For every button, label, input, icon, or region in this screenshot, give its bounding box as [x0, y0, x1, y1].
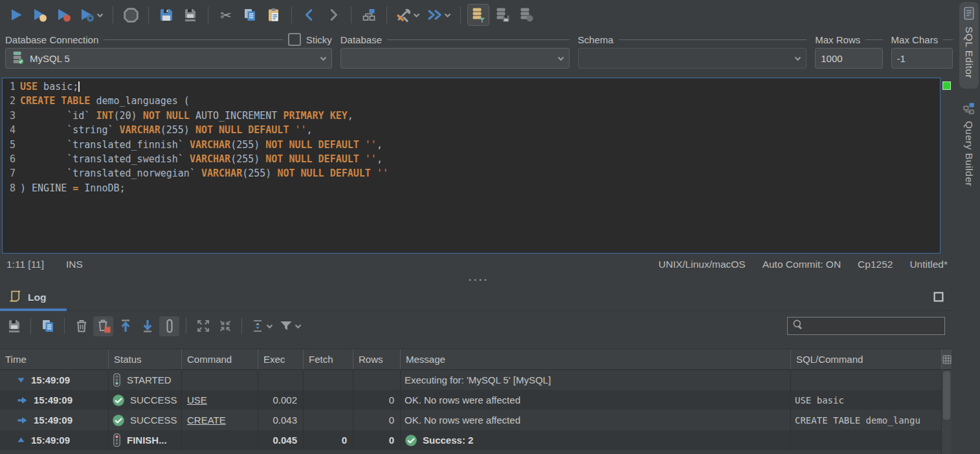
- tab-query-builder[interactable]: Query Builder: [959, 98, 979, 186]
- expander-up-icon[interactable]: [17, 436, 25, 444]
- copy-button[interactable]: [239, 4, 261, 26]
- execute-settings-button[interactable]: [77, 4, 106, 26]
- log-table-header: TimeStatusCommandExecFetchRowsMessageSQL…: [0, 349, 952, 370]
- row-status: FINISH...: [127, 435, 167, 446]
- row-sql-command: [791, 370, 942, 390]
- save-to-db-button[interactable]: [491, 4, 513, 26]
- code-line[interactable]: 1USE basic;: [3, 80, 940, 94]
- column-header-sql-command[interactable]: SQL/Command: [791, 349, 942, 369]
- log-search-input[interactable]: [807, 320, 941, 332]
- log-row[interactable]: 15:49:09SUCCESSUSE0.0020OK. No rows were…: [0, 390, 952, 410]
- column-header-fetch[interactable]: Fetch: [304, 349, 353, 369]
- save-log-button[interactable]: [4, 316, 24, 336]
- schema-select[interactable]: [578, 48, 807, 69]
- scrollbar-thumb[interactable]: [943, 371, 950, 420]
- copy-log-button[interactable]: [38, 316, 58, 336]
- sql-editor-textarea[interactable]: 1USE basic;2CREATE TABLE demo_languages …: [2, 78, 941, 254]
- forward-button[interactable]: [322, 4, 344, 26]
- filter-button[interactable]: [277, 316, 304, 336]
- fetch-time: [304, 370, 353, 390]
- stop-button[interactable]: [120, 4, 142, 26]
- execute-named-button[interactable]: [29, 4, 51, 26]
- row-time: 15:49:09: [34, 395, 72, 405]
- line-number: 7: [3, 166, 16, 180]
- chevron-down-icon[interactable]: [794, 51, 802, 65]
- filter-dropdown-chevron-icon[interactable]: [294, 319, 302, 333]
- redirect-output-dropdown-chevron-icon[interactable]: [443, 8, 452, 22]
- code-line[interactable]: 6 `translated_swedish` VARCHAR(255) NOT …: [3, 152, 940, 166]
- column-header-status[interactable]: Status: [109, 349, 182, 369]
- back-button[interactable]: [298, 4, 320, 26]
- redirect-output-button[interactable]: [425, 4, 454, 26]
- commit-mode-button[interactable]: [467, 4, 489, 26]
- collapse-all-button[interactable]: [215, 316, 235, 336]
- table-options-grid-icon[interactable]: [942, 349, 952, 369]
- traffic-finished-icon: [112, 433, 122, 448]
- column-header-time[interactable]: Time: [0, 349, 109, 369]
- copy-icon: [242, 7, 258, 23]
- splitter-handle[interactable]: ····: [0, 276, 958, 285]
- stop-icon: [122, 6, 140, 24]
- row-height-dropdown-chevron-icon[interactable]: [265, 319, 274, 333]
- max-rows-input[interactable]: [821, 53, 878, 64]
- chevron-down-icon[interactable]: [319, 51, 328, 65]
- execute-settings-dropdown-chevron-icon[interactable]: [96, 8, 104, 22]
- maximize-panel-button[interactable]: [933, 292, 944, 302]
- code-line[interactable]: 4 `string` VARCHAR(255) NOT NULL DEFAULT…: [3, 123, 940, 137]
- execute-button[interactable]: [5, 4, 27, 26]
- log-row[interactable]: 15:49:09FINISH...0.04500Success: 2: [0, 430, 952, 450]
- log-icon: [8, 290, 22, 305]
- explain-plan-button[interactable]: [358, 4, 380, 26]
- column-header-message[interactable]: Message: [401, 349, 791, 369]
- paste-button[interactable]: [263, 4, 285, 26]
- code-line[interactable]: 8) ENGINE = InnoDB;: [3, 181, 940, 195]
- log-row[interactable]: 15:49:09STARTEDExecuting for: 'MySQL 5' …: [0, 370, 952, 390]
- execute-current-button[interactable]: [53, 4, 75, 26]
- column-header-command[interactable]: Command: [182, 349, 258, 369]
- max-rows-label: Max Rows: [815, 34, 860, 45]
- clear-on-execute-button[interactable]: [93, 316, 113, 336]
- double-arrow-icon: [427, 8, 443, 22]
- code-line[interactable]: 3 `id` INT(20) NOT NULL AUTO_INCREMENT P…: [3, 109, 940, 123]
- divider: [387, 39, 570, 40]
- code-line[interactable]: 7 `translated_norwegian` VARCHAR(255) NO…: [3, 166, 940, 180]
- column-header-rows[interactable]: Rows: [353, 349, 401, 369]
- clear-log-button[interactable]: [71, 316, 91, 336]
- save-button[interactable]: [155, 4, 177, 26]
- row-count: 0: [353, 430, 401, 450]
- sticky-checkbox[interactable]: [288, 33, 301, 46]
- cut-button[interactable]: ✂: [215, 4, 237, 26]
- code-line[interactable]: 5 `translated_finnish` VARCHAR(255) NOT …: [3, 138, 940, 152]
- database-select[interactable]: [340, 48, 570, 69]
- scroll-to-top-button[interactable]: [115, 316, 135, 336]
- max-chars-input[interactable]: [897, 53, 948, 64]
- code-line[interactable]: 2CREATE TABLE demo_languages (: [3, 94, 940, 108]
- max-rows-group: Max Rows: [815, 31, 882, 78]
- save-as-button[interactable]: [179, 4, 201, 26]
- vertical-scrollbar[interactable]: [941, 370, 952, 454]
- annotation-marker[interactable]: [942, 81, 951, 90]
- expand-all-button[interactable]: [193, 316, 213, 336]
- caret-position: 1:11 [11]: [6, 259, 44, 270]
- expander-down-icon[interactable]: [17, 376, 25, 384]
- row-time: 15:49:09: [31, 435, 70, 446]
- tools-dropdown-chevron-icon[interactable]: [412, 8, 421, 22]
- log-search-box[interactable]: [787, 317, 945, 335]
- tab-log[interactable]: Log: [0, 285, 60, 310]
- tools-button[interactable]: [394, 4, 423, 26]
- max-chars-group: Max Chars: [891, 31, 953, 78]
- column-header-exec[interactable]: Exec: [258, 349, 304, 369]
- chevron-down-icon[interactable]: [557, 51, 565, 65]
- command-link[interactable]: USE: [186, 395, 207, 405]
- log-row[interactable]: 15:49:09SUCCESSCREATE0.0430OK. No rows w…: [0, 410, 952, 430]
- db-status-button[interactable]: [515, 4, 537, 26]
- tab-sql-editor[interactable]: SQL Editor: [959, 2, 979, 89]
- scroll-to-bottom-button[interactable]: [137, 316, 157, 336]
- row-height-button[interactable]: [249, 316, 275, 336]
- arrow-right-icon[interactable]: [17, 396, 28, 405]
- check-icon: [112, 394, 125, 407]
- scroll-lock-button[interactable]: [159, 316, 179, 336]
- command-link[interactable]: CREATE: [186, 415, 226, 426]
- connection-select[interactable]: MySQL 5: [5, 48, 332, 69]
- arrow-right-icon[interactable]: [17, 416, 28, 425]
